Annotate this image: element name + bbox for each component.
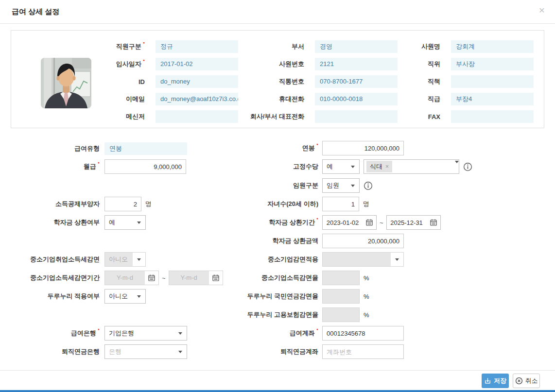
fixed-allowance-row: 고정수당 예 식대 × bbox=[194, 159, 472, 174]
salary-type-row: 급여유형 연봉 bbox=[5, 141, 187, 156]
tuition-amount-label: 학자금 상환금액 bbox=[194, 237, 318, 245]
tuition-period-label: 학자금 상환기간 bbox=[194, 218, 318, 227]
salary-bank-select[interactable]: 기업은행 bbox=[104, 326, 187, 341]
durunuri-apply-select[interactable]: 아니오 bbox=[104, 289, 146, 304]
tuition-amount-input[interactable] bbox=[322, 234, 404, 248]
sme-period-from-datepicker-disabled: Y-m-d bbox=[104, 271, 159, 285]
salary-detail-dialog: 급여 상세 설정 × 직원구분 bbox=[0, 0, 555, 392]
field-email: 이메일 do_money@aoaf10z7i3.co.cc bbox=[91, 93, 238, 105]
field-label: 회사/부서 대표전화 bbox=[220, 112, 304, 121]
salary-type-value: 연봉 bbox=[104, 142, 187, 155]
field-label: 메신저 bbox=[91, 112, 145, 121]
field-join-date: 입사일자 2017-01-02 bbox=[91, 58, 238, 70]
tuition-period-to-datepicker[interactable]: 2025-12-31 bbox=[386, 215, 441, 230]
pension-bank-row: 퇴직연금은행 은행 bbox=[5, 344, 187, 359]
cancel-button[interactable]: 취소 bbox=[513, 374, 540, 388]
dialog-title: 급여 상세 설정 bbox=[12, 7, 59, 17]
field-label: 직위 bbox=[371, 60, 440, 68]
field-label: FAX bbox=[371, 113, 440, 120]
annual-salary-input[interactable] bbox=[322, 141, 404, 155]
date-range-separator: ~ bbox=[380, 219, 383, 226]
durunuri-pension-rate-row: 두루누리 국민연금감면율 % bbox=[194, 289, 369, 304]
executive-label: 임원구분 bbox=[194, 181, 318, 190]
field-value bbox=[451, 110, 534, 123]
pension-bank-select[interactable]: 은행 bbox=[104, 344, 187, 359]
durunuri-apply-label: 두루누리 적용여부 bbox=[5, 292, 100, 301]
save-icon bbox=[484, 377, 491, 385]
header-divider bbox=[0, 23, 555, 24]
info-icon[interactable] bbox=[463, 162, 472, 171]
field-value: 강회계 bbox=[451, 40, 534, 53]
tuition-repay-row: 학자금 상환여부 예 bbox=[5, 215, 146, 230]
calendar-icon[interactable] bbox=[427, 219, 440, 226]
field-label: 휴대전화 bbox=[220, 95, 304, 103]
salary-account-input[interactable] bbox=[322, 326, 404, 341]
tuition-period-from-datepicker[interactable]: 2023-01-02 bbox=[322, 215, 377, 230]
sme-reduction-period-label: 중소기업소득세감면기간 bbox=[5, 273, 100, 282]
children-label: 자녀수(20세 이하) bbox=[194, 200, 318, 208]
chevron-down-icon bbox=[347, 185, 359, 187]
durunuri-employment-rate-input-disabled bbox=[322, 307, 360, 322]
pension-account-input[interactable] bbox=[322, 344, 404, 359]
executive-select[interactable]: 임원 bbox=[322, 178, 360, 193]
sme-income-rate-unit: % bbox=[364, 274, 369, 282]
children-input[interactable] bbox=[322, 197, 359, 211]
sme-tax-reduction-row: 중소기업취업소득세감면 아니오 bbox=[5, 252, 146, 267]
field-fax: FAX bbox=[371, 110, 534, 123]
field-messenger: 메신저 bbox=[91, 110, 238, 123]
sme-income-rate-label: 중소기업소득감면율 bbox=[194, 273, 318, 282]
tuition-repay-select[interactable]: 예 bbox=[104, 215, 146, 230]
calendar-icon[interactable] bbox=[363, 219, 376, 226]
salary-bank-row: 급여은행 기업은행 bbox=[5, 326, 187, 341]
chevron-down-icon bbox=[455, 163, 459, 170]
durunuri-pension-rate-unit: % bbox=[364, 293, 369, 300]
sme-tax-reduction-selected: 아니오 bbox=[105, 253, 133, 266]
date-range-separator: ~ bbox=[162, 274, 166, 282]
employee-info-panel: 직원구분 정규 부서 경영 사원명 강회계 입사일자 2017-01-02 사원… bbox=[11, 30, 544, 128]
bottom-accent-bar bbox=[0, 390, 555, 392]
tuition-period-row: 학자금 상환기간 2023-01-02 ~ 2025-12-31 bbox=[194, 215, 441, 230]
date-value: 2023-01-02 bbox=[323, 219, 363, 226]
field-label: ID bbox=[91, 78, 145, 85]
pension-bank-label: 퇴직연금은행 bbox=[5, 347, 100, 356]
children-unit: 명 bbox=[363, 200, 369, 208]
field-label: 직통번호 bbox=[220, 77, 304, 86]
sme-reduction-period-row: 중소기업소득세감면기간 Y-m-d ~ Y-m-d bbox=[5, 271, 223, 285]
save-button[interactable]: 저장 bbox=[482, 374, 509, 388]
durunuri-apply-row: 두루누리 적용여부 아니오 bbox=[5, 289, 146, 304]
field-label: 이메일 bbox=[91, 95, 145, 103]
fixed-allowance-select[interactable]: 예 bbox=[322, 159, 360, 174]
monthly-salary-label: 월급 bbox=[5, 162, 100, 171]
field-position: 직위 부사장 bbox=[371, 58, 534, 70]
durunuri-apply-selected: 아니오 bbox=[105, 292, 133, 301]
allowance-tag: 식대 × bbox=[366, 161, 392, 172]
monthly-salary-input[interactable] bbox=[104, 159, 186, 174]
field-label: 사원번호 bbox=[220, 60, 304, 68]
chevron-down-icon bbox=[133, 295, 145, 298]
fixed-allowance-multiselect[interactable]: 식대 × bbox=[364, 159, 459, 174]
chevron-down-icon bbox=[347, 166, 359, 168]
salary-account-label: 급여계좌 bbox=[194, 329, 318, 338]
executive-row: 임원구분 임원 bbox=[194, 178, 373, 193]
chevron-down-icon bbox=[174, 351, 187, 353]
field-role: 직책 bbox=[371, 75, 534, 88]
cancel-icon bbox=[515, 377, 523, 385]
info-icon[interactable] bbox=[364, 181, 373, 190]
annual-salary-row: 연봉 bbox=[194, 141, 404, 155]
field-value bbox=[451, 75, 534, 88]
salary-bank-selected: 기업은행 bbox=[105, 329, 174, 338]
sme-reduction-apply-select-disabled bbox=[322, 252, 404, 267]
tag-remove-icon[interactable]: × bbox=[385, 164, 389, 170]
sme-tax-reduction-label: 중소기업취업소득세감면 bbox=[5, 255, 100, 264]
save-button-label: 저장 bbox=[494, 376, 506, 385]
field-label: 직급 bbox=[371, 95, 440, 103]
chevron-down-icon bbox=[391, 258, 403, 261]
close-icon[interactable]: × bbox=[536, 4, 548, 17]
dependents-input[interactable] bbox=[104, 197, 141, 211]
field-label: 사원명 bbox=[371, 42, 440, 51]
dependents-row: 소득공제부양자 명 bbox=[5, 197, 152, 211]
field-employee-name: 사원명 강회계 bbox=[371, 40, 534, 53]
field-id: ID do_money bbox=[91, 75, 238, 88]
pension-account-row: 퇴직연금계좌 bbox=[194, 344, 404, 359]
field-label: 직책 bbox=[371, 77, 440, 86]
